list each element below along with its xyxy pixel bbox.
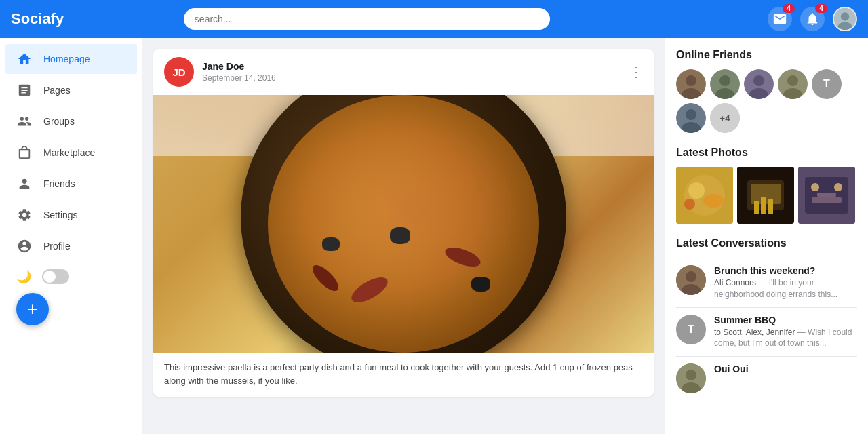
sidebar-label-groups: Groups <box>43 116 75 127</box>
conv-preview-2: to Scott, Alex, Jennifer — Wish I could … <box>714 327 857 350</box>
friend-avatar-more[interactable]: +4 <box>710 103 740 133</box>
paella-mussel1 <box>390 227 410 244</box>
photo-thumb-2[interactable] <box>737 167 794 224</box>
settings-icon <box>16 207 33 223</box>
app-logo: Sociafy <box>11 10 64 28</box>
pages-icon <box>16 82 33 98</box>
conv-content-2: Summer BBQ to Scott, Alex, Jennifer — Wi… <box>714 315 857 350</box>
main-layout: Homepage Pages Groups Marketplace <box>0 38 868 434</box>
svg-point-31 <box>811 183 819 191</box>
paella-mussel2 <box>471 277 490 292</box>
feed-area: JD Jane Doe September 14, 2016 ⋮ <box>142 38 665 434</box>
svg-rect-27 <box>761 197 766 214</box>
dark-mode-switch[interactable] <box>42 269 69 284</box>
sidebar-item-groups[interactable]: Groups <box>5 106 137 136</box>
conv-preview-1: Ali Connors — I'll be in your neighborho… <box>714 277 857 300</box>
post-header: JD Jane Doe September 14, 2016 ⋮ <box>153 49 654 95</box>
post-caption: This impressive paella is a perfect part… <box>153 353 654 397</box>
sidebar-label-pages: Pages <box>43 85 71 96</box>
sidebar-label-profile: Profile <box>43 241 71 252</box>
latest-photos-title: Latest Photos <box>676 146 857 159</box>
svg-point-22 <box>684 199 695 210</box>
svg-point-20 <box>688 182 705 199</box>
svg-point-32 <box>834 183 842 191</box>
svg-rect-26 <box>754 201 760 214</box>
sidebar-item-profile[interactable]: Profile <box>5 231 137 261</box>
post-more-button[interactable]: ⋮ <box>629 64 643 80</box>
svg-point-36 <box>686 271 696 282</box>
sidebar: Homepage Pages Groups Marketplace <box>0 38 142 434</box>
messages-badge: 4 <box>783 4 795 13</box>
post-card: JD Jane Doe September 14, 2016 ⋮ <box>153 49 654 397</box>
svg-rect-28 <box>768 199 773 214</box>
user-avatar-img <box>834 8 856 30</box>
notifications-badge: 4 <box>815 4 827 13</box>
conv-title-2: Summer BBQ <box>714 315 857 326</box>
home-icon <box>16 51 33 67</box>
post-meta: Jane Doe September 14, 2016 <box>202 61 621 83</box>
search-input[interactable] <box>184 8 550 30</box>
post-author-name: Jane Doe <box>202 61 621 72</box>
search-container <box>184 8 550 30</box>
svg-point-10 <box>753 75 764 86</box>
sidebar-label-marketplace: Marketplace <box>43 147 95 158</box>
friends-icon <box>16 176 33 192</box>
svg-point-1 <box>841 12 849 20</box>
moon-icon: 🌙 <box>16 269 31 284</box>
svg-point-39 <box>686 370 696 380</box>
dark-mode-toggle: 🌙 <box>5 262 137 291</box>
groups-icon <box>16 113 33 130</box>
svg-point-4 <box>686 75 696 86</box>
post-author-avatar: JD <box>164 57 194 87</box>
sidebar-item-pages[interactable]: Pages <box>5 75 137 105</box>
messages-button[interactable]: 4 <box>768 7 792 31</box>
conv-avatar-1 <box>676 265 706 295</box>
notifications-button[interactable]: 4 <box>800 7 825 31</box>
latest-conversations-title: Latest Conversations <box>676 237 857 250</box>
conv-sender-2: to Scott, Alex, Jennifer <box>714 328 795 337</box>
conversation-item-3[interactable]: Oui Oui <box>676 356 857 400</box>
topbar-actions: 4 4 <box>768 7 857 31</box>
friend-avatar-5[interactable]: T <box>812 69 842 99</box>
conversation-item-2[interactable]: T Summer BBQ to Scott, Alex, Jennifer — … <box>676 307 857 357</box>
friend-avatar-6[interactable] <box>676 103 706 133</box>
svg-rect-34 <box>817 193 836 197</box>
svg-point-7 <box>719 75 730 86</box>
paella-mussel3 <box>322 237 340 251</box>
topbar: Sociafy 4 4 <box>0 0 868 38</box>
sidebar-label-homepage: Homepage <box>43 54 90 64</box>
online-friends-title: Online Friends <box>676 49 857 61</box>
conv-title-3: Oui Oui <box>714 363 857 374</box>
fab-button[interactable]: + <box>16 293 49 326</box>
friend-avatar-2[interactable] <box>710 69 740 99</box>
post-date: September 14, 2016 <box>202 73 621 83</box>
latest-photos-grid <box>676 167 857 224</box>
friend-avatar-3[interactable] <box>744 69 774 99</box>
friend-avatar-1[interactable] <box>676 69 706 99</box>
profile-icon <box>16 238 33 254</box>
conv-avatar-3 <box>676 363 706 393</box>
friend-avatar-4[interactable] <box>778 69 808 99</box>
sidebar-item-settings[interactable]: Settings <box>5 200 137 230</box>
conv-avatar-2: T <box>676 315 706 344</box>
post-image <box>153 95 654 353</box>
marketplace-icon <box>16 144 33 161</box>
conv-content-3: Oui Oui <box>714 363 857 393</box>
right-panel: Online Friends T <box>665 38 868 434</box>
user-avatar[interactable] <box>833 7 857 31</box>
sidebar-item-friends[interactable]: Friends <box>5 169 137 199</box>
sidebar-label-friends: Friends <box>43 178 75 189</box>
svg-rect-33 <box>812 197 842 203</box>
conversation-item-1[interactable]: Brunch this weekend? Ali Connors — I'll … <box>676 258 857 307</box>
svg-point-13 <box>787 75 798 86</box>
conv-title-1: Brunch this weekend? <box>714 265 857 276</box>
conv-sender-1: Ali Connors <box>714 278 756 288</box>
photo-thumb-1[interactable] <box>676 167 733 224</box>
sidebar-item-homepage[interactable]: Homepage <box>5 44 137 74</box>
svg-point-16 <box>686 109 696 120</box>
photo-thumb-3[interactable] <box>798 167 855 224</box>
sidebar-label-settings: Settings <box>43 210 78 220</box>
online-friends-list: T +4 <box>676 69 857 133</box>
svg-point-21 <box>703 194 724 208</box>
sidebar-item-marketplace[interactable]: Marketplace <box>5 138 137 167</box>
